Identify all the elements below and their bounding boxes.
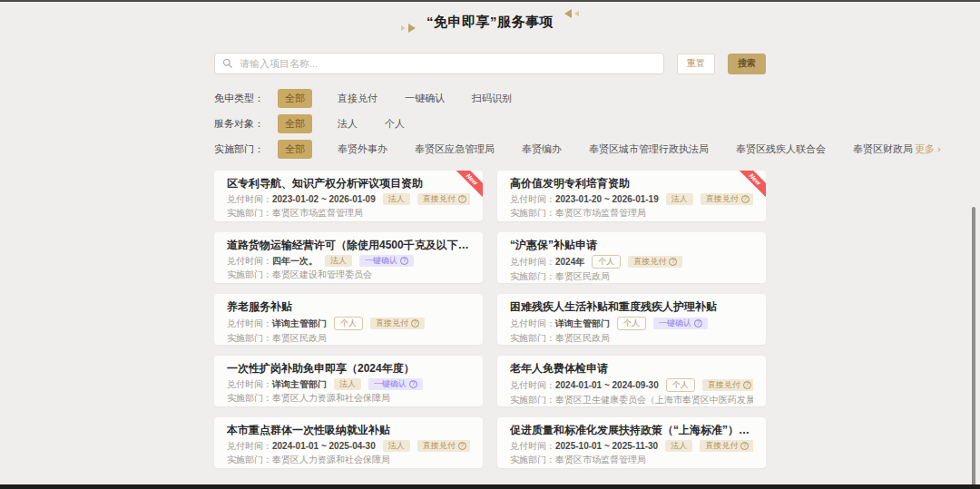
dept-label: 实施部门：: [510, 395, 555, 406]
info-icon[interactable]: [409, 380, 417, 388]
card-time-row: 兑付时间： 详询主管部门 个人一键确认: [510, 317, 753, 330]
info-icon[interactable]: [669, 258, 677, 266]
card-dept-row: 实施部门： 奉贤区市场监督管理局: [510, 455, 753, 465]
tag-gold: 直接兑付: [417, 440, 470, 452]
service-card[interactable]: 本市重点群体一次性吸纳就业补贴 兑付时间： 2024-01-01 ~ 2025-…: [214, 417, 483, 468]
title-deco-right: [564, 9, 579, 18]
info-icon[interactable]: [694, 319, 702, 328]
filter-row: 服务对象： 全部法人个人: [214, 114, 766, 132]
filter-option[interactable]: 奉贤区城市管理行政执法局: [587, 140, 710, 159]
card-dept-row: 实施部门： 奉贤区民政局: [227, 333, 470, 344]
dept-value: 奉贤区建设和管理委员会: [272, 269, 372, 280]
service-card[interactable]: “沪惠保”补贴申请 兑付时间： 2024年 个人直接兑付 实施部门： 奉贤区民政…: [497, 232, 766, 283]
filter-option[interactable]: 奉贤区残疾人联合会: [734, 140, 828, 159]
filter-option[interactable]: 直接兑付: [336, 89, 379, 108]
time-value: 2023-01-02 ~ 2026-01-09: [272, 194, 376, 205]
filter-option[interactable]: 奉贤区财政局: [851, 140, 915, 159]
dept-label: 实施部门：: [227, 393, 272, 404]
scrollbar-thumb[interactable]: [972, 207, 975, 486]
info-icon[interactable]: [411, 319, 419, 328]
dept-label: 实施部门：: [510, 455, 555, 465]
dept-label: 实施部门：: [227, 269, 272, 280]
service-card[interactable]: 养老服务补贴 兑付时间： 详询主管部门 个人直接兑付 实施部门： 奉贤区民政局: [214, 294, 483, 345]
reset-button[interactable]: 重置: [677, 54, 715, 74]
dept-label: 实施部门：: [510, 208, 555, 219]
service-card[interactable]: 一次性扩岗补助免申即享（2024年度） 兑付时间： 详询主管部门 法人一键确认 …: [214, 356, 483, 406]
info-icon[interactable]: [458, 442, 466, 450]
time-label: 兑付时间：: [227, 441, 272, 452]
time-value: 详询主管部门: [272, 379, 327, 390]
card-tags: 法人直接兑付: [658, 440, 753, 452]
dept-value: 奉贤区市场监督管理局: [555, 208, 646, 219]
tag-outline: 个人: [592, 255, 621, 269]
info-icon[interactable]: [740, 442, 749, 450]
filter-option[interactable]: 扫码识别: [470, 89, 514, 108]
filter-option[interactable]: 奉贤外事办: [336, 140, 389, 159]
page-header: “免申即享”服务事项: [214, 13, 766, 31]
card-title[interactable]: “沪惠保”补贴申请: [510, 239, 753, 252]
dept-value: 奉贤区民政局: [555, 271, 610, 282]
tag-gold: 直接兑付: [370, 318, 425, 329]
card-dept-row: 实施部门： 奉贤区人力资源和社会保障局: [227, 455, 470, 465]
filter-option[interactable]: 一键确认: [403, 89, 446, 108]
card-tags: 个人直接兑付: [327, 317, 425, 330]
time-label: 兑付时间：: [510, 257, 555, 268]
filter-label: 免申类型：: [214, 92, 278, 105]
filter-options: 全部法人个人: [278, 114, 766, 133]
service-card[interactable]: 困难残疾人生活补贴和重度残疾人护理补贴 兑付时间： 详询主管部门 个人一键确认 …: [497, 294, 766, 345]
tag-gold: 直接兑付: [702, 379, 753, 391]
info-icon[interactable]: [400, 257, 408, 265]
card-time-row: 兑付时间： 2023-01-02 ~ 2026-01-09 法人直接兑付: [227, 193, 470, 205]
card-title[interactable]: 道路货物运输经营许可（除使用4500千克及以下普通货运车辆从...: [227, 239, 470, 252]
card-title[interactable]: 养老服务补贴: [227, 300, 470, 314]
card-title[interactable]: 高价值发明专利培育资助: [510, 177, 753, 191]
card-title[interactable]: 一次性扩岗补助免申即享（2024年度）: [227, 362, 470, 376]
search-button[interactable]: 搜索: [728, 54, 766, 74]
filter-option[interactable]: 全部: [278, 140, 312, 159]
dept-label: 实施部门：: [510, 271, 555, 282]
time-value: 2024-01-01 ~ 2024-09-30: [555, 380, 659, 391]
tag-gold: 直接兑付: [628, 256, 682, 268]
dept-value: 奉贤区民政局: [272, 333, 327, 344]
triangle-right-small-icon: [401, 25, 406, 31]
card-title[interactable]: 区专利导航、知识产权分析评议项目资助: [227, 177, 470, 191]
time-label: 兑付时间：: [227, 318, 272, 329]
window-top-edge: [0, 0, 980, 2]
card-title[interactable]: 困难残疾人生活补贴和重度残疾人护理补贴: [510, 300, 753, 314]
dept-label: 实施部门：: [510, 333, 555, 344]
more-link[interactable]: 更多 ›: [915, 142, 941, 156]
card-title[interactable]: 促进质量和标准化发展扶持政策（“上海标准”）申请: [510, 424, 753, 437]
search-input[interactable]: [214, 53, 664, 74]
filter-option[interactable]: 奉贤区应急管理局: [413, 140, 496, 159]
service-card[interactable]: New 高价值发明专利培育资助 兑付时间： 2023-01-20 ~ 2026-…: [497, 171, 766, 221]
new-ribbon: New: [737, 171, 766, 200]
card-title[interactable]: 老年人免费体检申请: [510, 362, 753, 376]
service-card[interactable]: 道路货物运输经营许可（除使用4500千克及以下普通货运车辆从... 兑付时间： …: [214, 232, 483, 283]
service-card[interactable]: New 区专利导航、知识产权分析评议项目资助 兑付时间： 2023-01-02 …: [214, 171, 483, 221]
filter-option[interactable]: 全部: [278, 89, 312, 108]
search-box: [214, 53, 664, 74]
card-title[interactable]: 本市重点群体一次性吸纳就业补贴: [227, 424, 470, 437]
dept-value: 奉贤区卫生健康委员会（上海市奉贤区中医药发展办公室）: [555, 395, 753, 406]
card-dept-row: 实施部门： 奉贤区市场监督管理局: [227, 208, 470, 219]
filter-options: 全部直接兑付一键确认扫码识别: [278, 89, 766, 108]
filter-option[interactable]: 全部: [278, 114, 312, 133]
filter-rows: 免申类型： 全部直接兑付一键确认扫码识别 服务对象： 全部法人个人 实施部门： …: [214, 89, 766, 158]
filter-option[interactable]: 个人: [383, 114, 407, 133]
info-icon[interactable]: [743, 381, 751, 389]
tag-gold: 法人: [383, 193, 410, 205]
filter-options: 全部奉贤外事办奉贤区应急管理局奉贤编办奉贤区城市管理行政执法局奉贤区残疾人联合会…: [278, 140, 915, 159]
card-tags: 个人一键确认: [610, 317, 708, 330]
time-label: 兑付时间：: [510, 194, 555, 205]
service-card[interactable]: 促进质量和标准化发展扶持政策（“上海标准”）申请 兑付时间： 2025-10-0…: [497, 417, 766, 468]
new-ribbon-label: New: [737, 171, 766, 200]
title-deco-left: [401, 24, 416, 33]
tag-outline: 个人: [617, 317, 646, 330]
card-time-row: 兑付时间： 详询主管部门 法人一键确认: [227, 378, 470, 390]
filter-option[interactable]: 奉贤编办: [520, 140, 564, 159]
filter-option[interactable]: 法人: [336, 114, 359, 133]
tag-purple: 一键确认: [359, 255, 414, 267]
tag-gold: 法人: [665, 440, 692, 452]
card-time-row: 兑付时间： 2024-01-01 ~ 2025-04-30 法人直接兑付: [227, 440, 470, 452]
service-card[interactable]: 老年人免费体检申请 兑付时间： 2024-01-01 ~ 2024-09-30 …: [497, 356, 766, 406]
